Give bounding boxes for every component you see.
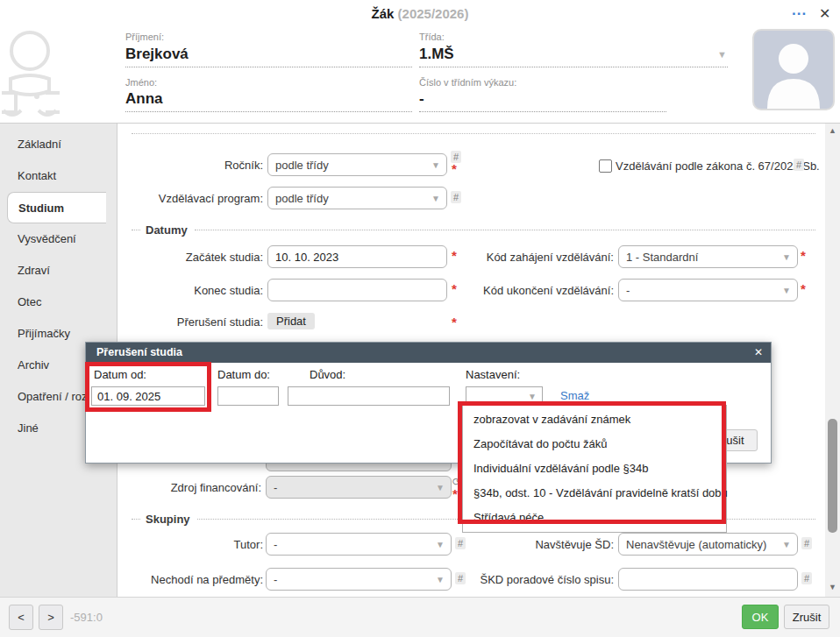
header-divider xyxy=(0,123,840,124)
scroll-down-icon[interactable]: ▼ xyxy=(829,583,836,591)
close-icon[interactable]: ✕ xyxy=(819,5,830,22)
modal-header[interactable]: Přerušení studia ✕ xyxy=(86,343,771,363)
required-marker: * xyxy=(452,486,458,501)
student-dialog: Žák (2025/2026) ... ✕ Příjmení: Brejková… xyxy=(0,0,840,637)
skd-cislo-label: ŠKD poradové číslo spisu: xyxy=(438,573,614,586)
hash-icon[interactable]: # xyxy=(794,159,804,171)
cancel-button[interactable]: Zrušit xyxy=(784,605,829,629)
page-title: Žák (2025/2026) xyxy=(0,6,840,21)
rocnik-select[interactable]: podle třídy ▼ xyxy=(267,153,447,176)
dropdown-option[interactable]: Střídavá péče xyxy=(463,506,726,530)
zakon-checkbox-label: Vzdělávání podle zákona č. 67/2022 Sb. xyxy=(616,159,820,173)
rocnik-label: Ročník: xyxy=(88,159,263,172)
chevron-down-icon[interactable]: ▼ xyxy=(717,49,727,60)
section-datumy-label: Datumy xyxy=(146,223,188,237)
kod-zahajeni-label: Kód zahájení vzdělávání: xyxy=(438,251,614,264)
kod-ukonceni-label: Kód ukončení vzdělávání: xyxy=(438,284,614,297)
navstevuje-sd-select[interactable]: Nenavštěvuje (automaticky) ▼ xyxy=(618,533,798,556)
class-register-number-label: Číslo v třídním výkazu: xyxy=(419,77,516,88)
zdroj-value: - xyxy=(274,481,277,494)
avatar-silhouette-icon xyxy=(754,31,833,109)
surname-value[interactable]: Brejková xyxy=(125,46,189,63)
record-counter: -591:0 xyxy=(70,611,103,624)
modal-title: Přerušení studia xyxy=(96,346,182,358)
section-datumy: Datumy xyxy=(132,223,815,237)
chevron-down-icon: ▼ xyxy=(431,160,440,170)
surname-underline xyxy=(125,67,412,67)
nechodi-select[interactable]: - ▼ xyxy=(266,568,452,591)
chevron-down-icon: ▼ xyxy=(782,540,791,549)
class-value[interactable]: 1.MŠ xyxy=(419,46,454,63)
program-label: Vzdělávací program: xyxy=(88,192,263,205)
kod-ukonceni-select[interactable]: - ▼ xyxy=(618,279,798,301)
datum-do-label: Datum do: xyxy=(217,368,270,381)
zacatek-input[interactable] xyxy=(267,245,447,268)
navstevuje-sd-value: Nenavštěvuje (automaticky) xyxy=(626,538,766,551)
datum-od-input[interactable] xyxy=(91,386,205,406)
firstname-label: Jméno: xyxy=(125,77,157,88)
school-year: (2025/2026) xyxy=(398,6,469,21)
duvod-input[interactable] xyxy=(288,386,450,406)
modal-close-icon[interactable]: ✕ xyxy=(754,343,763,363)
dropdown-option[interactable]: Individuální vzdělávání podle §34b xyxy=(463,457,726,481)
student-sketch-icon xyxy=(2,25,60,119)
scrollbar-thumb[interactable] xyxy=(828,419,837,533)
hash-icon[interactable]: # xyxy=(451,191,461,203)
page-title-text: Žák xyxy=(372,6,395,21)
scroll-up-icon[interactable]: ▲ xyxy=(829,126,836,135)
datum-do-input[interactable] xyxy=(217,386,279,406)
program-value: podle třídy xyxy=(275,192,329,205)
chevron-down-icon: ▼ xyxy=(436,483,445,492)
required-marker: * xyxy=(801,248,806,263)
chevron-down-icon: ▼ xyxy=(782,286,791,295)
kod-zahajeni-value: 1 - Standardní xyxy=(626,251,698,264)
tutor-label: Tutor: xyxy=(88,538,263,551)
class-register-number-value[interactable]: - xyxy=(419,90,424,108)
more-options-icon[interactable]: ... xyxy=(792,2,807,19)
dropdown-option[interactable]: Započítávat do počtu žáků xyxy=(463,432,726,457)
zakon-checkbox[interactable] xyxy=(599,159,612,173)
class-label: Třída: xyxy=(419,32,445,42)
form-top-divider xyxy=(132,133,815,134)
nechodi-value: - xyxy=(274,573,277,586)
kod-zahajeni-select[interactable]: 1 - Standardní ▼ xyxy=(618,245,798,268)
dropdown-option[interactable]: §34b, odst. 10 - Vzdělávání pravidelně k… xyxy=(463,481,726,506)
chevron-down-icon: ▼ xyxy=(528,392,537,401)
konec-input[interactable] xyxy=(267,279,447,301)
nastaveni-select[interactable]: ▼ xyxy=(466,386,543,406)
chevron-down-icon: ▼ xyxy=(431,194,440,203)
rocnik-value: podle třídy xyxy=(275,159,329,172)
footer-bar: < > -591:0 OK Zrušit xyxy=(0,597,840,637)
smaz-link[interactable]: Smaž xyxy=(560,389,589,402)
nastaveni-label: Nastavení: xyxy=(466,368,520,381)
firstname-underline xyxy=(125,111,412,112)
hash-icon[interactable]: # xyxy=(801,537,812,549)
navstevuje-sd-label: Navštěvuje ŠD: xyxy=(438,538,614,551)
student-photo-placeholder[interactable] xyxy=(752,29,835,110)
zdroj-label: Zdroj financování: xyxy=(86,481,261,494)
skd-cislo-input[interactable] xyxy=(618,568,798,591)
required-marker: * xyxy=(452,315,457,329)
dropdown-option[interactable]: zobrazovat v zadávání známek xyxy=(463,407,726,432)
class-underline xyxy=(419,67,728,67)
pridat-button[interactable]: Přidat xyxy=(267,313,315,329)
tutor-value: - xyxy=(274,538,277,551)
konec-label: Konec studia: xyxy=(88,284,263,297)
preruseni-label: Přerušení studia: xyxy=(88,315,263,329)
required-marker: * xyxy=(801,281,806,296)
prev-record-button[interactable]: < xyxy=(9,605,33,630)
nechodi-label: Nechodí na předměty: xyxy=(88,573,263,586)
hash-icon[interactable]: # xyxy=(801,572,812,584)
ok-button[interactable]: OK xyxy=(742,605,779,629)
duvod-label: Důvod: xyxy=(310,368,345,381)
next-record-button[interactable]: > xyxy=(39,605,63,630)
program-select[interactable]: podle třídy ▼ xyxy=(267,187,447,209)
scrollbar[interactable]: ▲ ▼ xyxy=(825,124,840,597)
firstname-value[interactable]: Anna xyxy=(125,90,163,108)
required-marker: * xyxy=(452,161,457,176)
tutor-select[interactable]: - ▼ xyxy=(266,533,452,556)
section-skupiny-label: Skupiny xyxy=(146,513,190,526)
sidebar-item-zakladni[interactable]: Základní xyxy=(0,129,117,160)
zdroj-select[interactable]: - ▼ xyxy=(266,476,452,499)
surname-label: Příjmení: xyxy=(125,32,164,42)
